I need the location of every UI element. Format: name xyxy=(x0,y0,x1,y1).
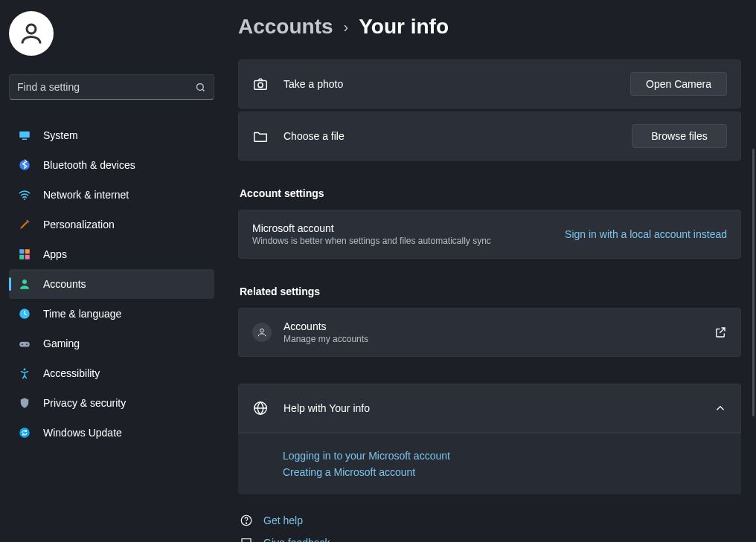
sidebar-item-label: Personalization xyxy=(43,219,115,230)
feedback-icon xyxy=(240,536,253,542)
svg-rect-9 xyxy=(25,255,30,259)
shield-icon xyxy=(18,396,31,410)
sidebar-item-time[interactable]: Time & language xyxy=(9,299,214,329)
svg-rect-8 xyxy=(19,255,24,259)
accessibility-icon xyxy=(18,367,31,380)
svg-rect-2 xyxy=(19,132,30,138)
camera-icon xyxy=(252,76,269,92)
get-help-row[interactable]: Get help xyxy=(238,514,741,527)
svg-rect-17 xyxy=(254,80,267,89)
svg-rect-12 xyxy=(19,342,30,347)
sidebar-item-label: Bluetooth & devices xyxy=(43,159,135,171)
svg-point-10 xyxy=(22,280,27,284)
card-title: Microsoft account xyxy=(252,222,565,234)
sidebar-item-label: System xyxy=(43,129,78,141)
sidebar-item-label: Network & internet xyxy=(43,189,129,201)
card-title: Help with Your info xyxy=(284,402,714,414)
svg-point-14 xyxy=(26,343,28,345)
footer-links: Get help Give feedback xyxy=(238,514,741,542)
nav-list: System Bluetooth & devices Network & int… xyxy=(9,120,214,448)
person-icon xyxy=(18,20,45,47)
grid-icon xyxy=(18,248,31,261)
card-microsoft-account: Microsoft account Windows is better when… xyxy=(238,210,741,259)
svg-point-19 xyxy=(260,329,264,332)
folder-icon xyxy=(252,128,269,144)
sidebar-item-accounts[interactable]: Accounts xyxy=(9,269,214,299)
sidebar-item-gaming[interactable]: Gaming xyxy=(9,329,214,358)
search-box[interactable] xyxy=(9,74,214,100)
person-icon xyxy=(252,323,272,342)
avatar[interactable] xyxy=(9,11,54,56)
breadcrumb-parent[interactable]: Accounts xyxy=(238,15,333,39)
search-input[interactable] xyxy=(17,81,195,93)
card-help-expander[interactable]: Help with Your info xyxy=(238,384,741,433)
chevron-right-icon: › xyxy=(344,19,349,36)
card-take-photo: Take a photo Open Camera xyxy=(238,59,741,109)
svg-rect-7 xyxy=(25,249,30,254)
sidebar-item-system[interactable]: System xyxy=(9,120,214,150)
svg-point-5 xyxy=(24,199,25,200)
section-header-account-settings: Account settings xyxy=(240,187,741,199)
open-camera-button[interactable]: Open Camera xyxy=(630,72,727,96)
sidebar-item-accessibility[interactable]: Accessibility xyxy=(9,358,214,388)
sidebar-item-label: Accounts xyxy=(43,278,86,290)
sidebar-item-label: Windows Update xyxy=(43,427,122,439)
breadcrumb: Accounts › Your info xyxy=(238,15,741,39)
get-help-link[interactable]: Get help xyxy=(263,514,303,526)
sidebar: System Bluetooth & devices Network & int… xyxy=(0,0,223,542)
svg-rect-3 xyxy=(22,139,27,141)
sidebar-item-label: Apps xyxy=(43,248,67,260)
help-icon xyxy=(240,514,253,527)
svg-point-22 xyxy=(246,523,246,523)
sidebar-item-label: Gaming xyxy=(43,338,80,349)
card-subtitle: Windows is better when settings and file… xyxy=(252,236,565,246)
sidebar-item-label: Time & language xyxy=(43,308,121,320)
sidebar-item-label: Accessibility xyxy=(43,367,100,379)
search-icon xyxy=(195,82,206,93)
wifi-icon xyxy=(18,188,31,201)
open-external-icon xyxy=(714,326,727,339)
gamepad-icon xyxy=(18,337,31,350)
monitor-icon xyxy=(18,129,31,142)
sidebar-item-bluetooth[interactable]: Bluetooth & devices xyxy=(9,150,214,180)
section-header-related-settings: Related settings xyxy=(240,285,741,297)
svg-point-16 xyxy=(19,428,30,438)
clock-icon xyxy=(18,307,31,320)
globe-help-icon xyxy=(252,400,269,416)
give-feedback-link[interactable]: Give feedback xyxy=(263,537,330,542)
sidebar-item-privacy[interactable]: Privacy & security xyxy=(9,388,214,418)
help-link-create[interactable]: Creating a Microsoft account xyxy=(283,466,728,478)
sidebar-item-apps[interactable]: Apps xyxy=(9,239,214,269)
card-subtitle: Manage my accounts xyxy=(284,334,714,344)
sign-in-local-account-link[interactable]: Sign in with a local account instead xyxy=(565,228,727,240)
main-content: Accounts › Your info Take a photo Open C… xyxy=(223,0,756,542)
brush-icon xyxy=(18,218,31,231)
sidebar-item-personalization[interactable]: Personalization xyxy=(9,210,214,239)
svg-point-13 xyxy=(22,343,23,345)
card-title: Accounts xyxy=(284,320,714,332)
card-title: Take a photo xyxy=(284,78,630,90)
give-feedback-row[interactable]: Give feedback xyxy=(238,536,741,542)
sidebar-item-network[interactable]: Network & internet xyxy=(9,180,214,210)
page-title: Your info xyxy=(359,15,449,39)
sidebar-item-update[interactable]: Windows Update xyxy=(9,418,214,448)
card-related-accounts[interactable]: Accounts Manage my accounts xyxy=(238,308,741,357)
svg-point-15 xyxy=(24,368,26,370)
person-icon xyxy=(18,277,31,291)
bluetooth-icon xyxy=(18,158,31,172)
sidebar-item-label: Privacy & security xyxy=(43,397,126,409)
svg-point-1 xyxy=(197,83,204,90)
svg-point-0 xyxy=(27,25,36,33)
scrollbar[interactable] xyxy=(752,149,755,416)
card-title: Choose a file xyxy=(284,130,632,142)
svg-rect-6 xyxy=(19,249,24,254)
help-panel: Logging in to your Microsoft account Cre… xyxy=(238,433,741,494)
help-link-login[interactable]: Logging in to your Microsoft account xyxy=(283,450,728,462)
sync-icon xyxy=(18,426,31,439)
browse-files-button[interactable]: Browse files xyxy=(632,124,727,148)
svg-point-18 xyxy=(258,83,263,87)
card-choose-file: Choose a file Browse files xyxy=(238,112,741,161)
chevron-up-icon xyxy=(714,401,727,415)
